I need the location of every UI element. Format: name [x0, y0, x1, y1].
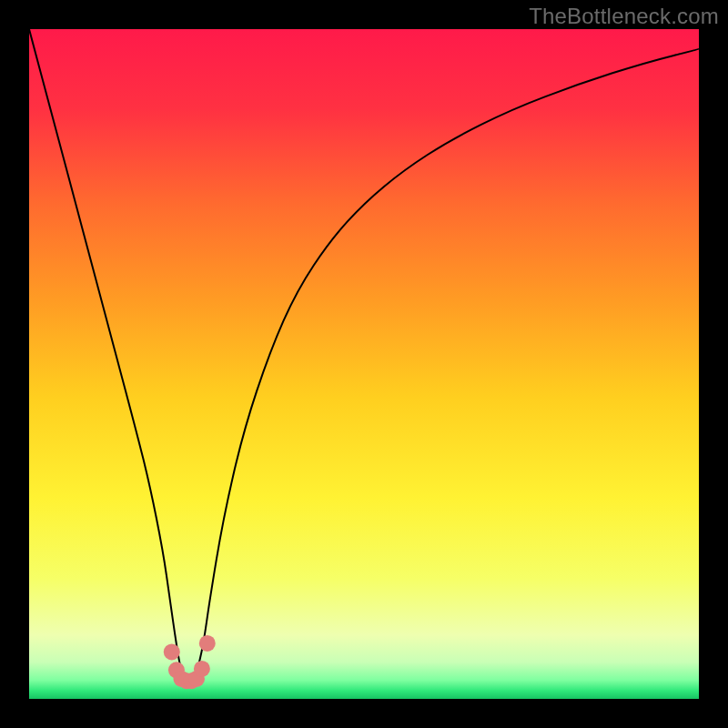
highlight-point	[199, 635, 216, 652]
gradient-background	[29, 29, 699, 699]
watermark-text: TheBottleneck.com	[529, 4, 719, 29]
chart-frame: TheBottleneck.com	[0, 0, 728, 728]
highlight-point	[194, 661, 210, 677]
chart-svg	[29, 29, 699, 699]
plot-area	[29, 29, 699, 699]
highlight-point	[164, 643, 180, 660]
